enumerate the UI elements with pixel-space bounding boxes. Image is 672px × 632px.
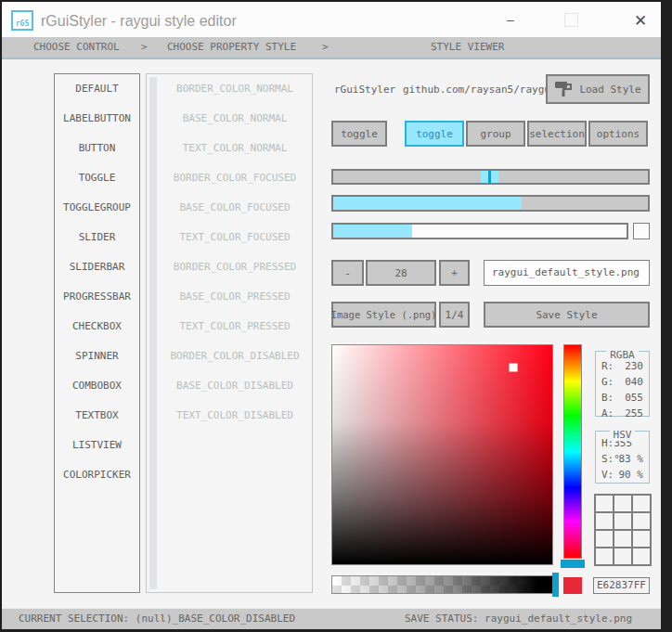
load-style-button[interactable]: Load Style bbox=[546, 74, 650, 104]
load-style-label: Load Style bbox=[579, 84, 640, 96]
hex-value-box[interactable]: E62837FF bbox=[593, 577, 650, 594]
control-list-item[interactable]: TEXTBOX bbox=[55, 401, 139, 431]
control-list-item[interactable]: TOGGLE bbox=[55, 163, 139, 193]
control-list-item[interactable]: CHECKBOX bbox=[55, 312, 139, 342]
value-label: V: bbox=[601, 467, 614, 483]
control-list-item[interactable]: DEFAULT bbox=[55, 74, 139, 104]
color-panel[interactable] bbox=[331, 344, 553, 565]
rgba-groupbox-title: RGBA bbox=[606, 349, 639, 361]
toggle-group-option[interactable]: options bbox=[588, 121, 648, 147]
current-color-swatch bbox=[563, 577, 582, 594]
swatch-cell[interactable] bbox=[633, 513, 650, 529]
value-number: 255 bbox=[625, 406, 643, 421]
window-frame: rGS rGuiStyler - raygui style editor — ✕… bbox=[0, 0, 672, 632]
swatch-cell[interactable] bbox=[614, 513, 631, 529]
toggle-group-option[interactable]: toggle bbox=[405, 121, 464, 147]
property-list: BORDER_COLOR_NORMAL BASE_COLOR_NORMAL TE… bbox=[146, 73, 313, 593]
window-title: rGuiStyler - raygui style editor bbox=[41, 4, 237, 39]
property-list-item[interactable]: BASE_COLOR_NORMAL bbox=[158, 104, 312, 134]
tab-choose-property-style: CHOOSE PROPERTY STYLE bbox=[167, 37, 296, 58]
control-list-item[interactable]: TOGGLEGROUP bbox=[55, 193, 139, 223]
image-style-button[interactable]: Image Style (.png) bbox=[331, 302, 436, 328]
alpha-bar-handle[interactable] bbox=[552, 573, 559, 597]
hsv-groupbox: HSV H: 355 ° S: 83 % V: 90 % bbox=[595, 431, 650, 484]
value-number: 040 bbox=[625, 374, 643, 390]
property-list-item[interactable]: TEXT_COLOR_DISABLED bbox=[158, 401, 312, 431]
color-value-row: G: 040 bbox=[596, 374, 649, 390]
control-list-item[interactable]: SLIDERBAR bbox=[55, 252, 139, 282]
toggle-group-option[interactable]: selection bbox=[527, 121, 587, 147]
save-style-button[interactable]: Save Style bbox=[484, 302, 650, 328]
property-list-item[interactable]: BORDER_COLOR_PRESSED bbox=[158, 252, 312, 282]
control-list-item[interactable]: BUTTON bbox=[55, 134, 139, 163]
sliderbar-fill bbox=[333, 197, 522, 210]
value-number: 055 bbox=[625, 390, 643, 406]
property-list-item[interactable]: BASE_COLOR_FOCUSED bbox=[158, 193, 312, 223]
swatch-grid bbox=[594, 494, 652, 566]
swatch-cell[interactable] bbox=[614, 548, 631, 564]
property-list-item[interactable]: BASE_COLOR_PRESSED bbox=[158, 282, 312, 312]
color-value-row: S: 83 % bbox=[596, 451, 649, 467]
color-value-row: A: 255 bbox=[596, 406, 649, 421]
control-list-item[interactable]: LABELBUTTON bbox=[55, 104, 139, 134]
toggle-button[interactable]: toggle bbox=[331, 121, 387, 147]
minimize-button[interactable]: — bbox=[499, 4, 522, 39]
toggle-group-option[interactable]: group bbox=[466, 121, 525, 147]
property-list-item[interactable]: BORDER_COLOR_DISABLED bbox=[158, 342, 312, 371]
control-list-item[interactable]: PROGRESSBAR bbox=[55, 282, 139, 312]
maximize-button[interactable] bbox=[564, 13, 578, 27]
swatch-cell[interactable] bbox=[633, 548, 650, 564]
progress-checkbox[interactable] bbox=[633, 223, 650, 239]
nav-separator-icon: > bbox=[322, 37, 329, 58]
progressbar-fill bbox=[333, 225, 412, 238]
swatch-cell[interactable] bbox=[596, 513, 613, 529]
swatch-cell[interactable] bbox=[596, 548, 613, 564]
slider[interactable] bbox=[331, 169, 650, 185]
value-label: G: bbox=[601, 374, 614, 390]
control-list: DEFAULT LABELBUTTON BUTTON TOGGLE TOGGLE… bbox=[54, 73, 140, 593]
rgba-groupbox: RGBA R: 230 G: 040 B: 055 A: bbox=[595, 351, 650, 417]
property-list-item[interactable]: TEXT_COLOR_FOCUSED bbox=[158, 223, 312, 252]
swatch-cell[interactable] bbox=[633, 531, 650, 547]
github-link[interactable]: github.com/raysan5/raygui bbox=[403, 79, 557, 101]
sliderbar[interactable] bbox=[331, 195, 650, 212]
property-list-item[interactable]: BORDER_COLOR_FOCUSED bbox=[158, 163, 312, 193]
status-current-selection: CURRENT SELECTION: (null)_BASE_COLOR_DIS… bbox=[19, 609, 295, 629]
color-panel-cursor[interactable] bbox=[510, 363, 518, 371]
close-button[interactable]: ✕ bbox=[629, 4, 652, 39]
swatch-cell[interactable] bbox=[614, 496, 631, 511]
app-icon-label: rGS bbox=[13, 20, 32, 28]
property-list-item[interactable]: TEXT_COLOR_NORMAL bbox=[158, 134, 312, 163]
swatch-cell[interactable] bbox=[633, 496, 650, 511]
tab-choose-control: CHOOSE CONTROL bbox=[33, 37, 120, 58]
property-list-item[interactable]: TEXT_COLOR_PRESSED bbox=[158, 312, 312, 342]
property-list-item[interactable]: BORDER_COLOR_NORMAL bbox=[158, 74, 312, 104]
control-list-item[interactable]: COMBOBOX bbox=[55, 371, 139, 401]
value-label: B: bbox=[601, 390, 614, 406]
value-number: 83 % bbox=[619, 451, 644, 467]
ratio-button[interactable]: 1/4 bbox=[439, 302, 470, 328]
spinner-decrease-button[interactable]: - bbox=[331, 260, 364, 286]
control-list-item[interactable]: LISTVIEW bbox=[55, 431, 139, 460]
hue-bar[interactable] bbox=[563, 344, 582, 559]
hue-bar-handle[interactable] bbox=[561, 560, 585, 568]
control-list-item[interactable]: COLORPICKER bbox=[55, 460, 139, 490]
filename-input[interactable]: raygui_default_style.png bbox=[484, 260, 650, 286]
control-list-item[interactable]: SPINNER bbox=[55, 342, 139, 371]
swatch-cell[interactable] bbox=[614, 531, 631, 547]
slider-handle[interactable] bbox=[481, 171, 498, 183]
control-list-item[interactable]: SLIDER bbox=[55, 223, 139, 252]
swatch-cell[interactable] bbox=[596, 531, 613, 547]
nav-separator-icon: > bbox=[141, 37, 148, 58]
value-label: A: bbox=[601, 406, 614, 421]
spinner-value[interactable]: 28 bbox=[366, 260, 436, 286]
swatch-cell[interactable] bbox=[596, 496, 613, 511]
spinner-increase-button[interactable]: + bbox=[439, 260, 470, 286]
color-value-row: V: 90 % bbox=[596, 467, 649, 483]
value-number: 90 % bbox=[619, 467, 644, 483]
property-list-item[interactable]: BASE_COLOR_DISABLED bbox=[158, 371, 312, 401]
app-name-label: rGuiStyler bbox=[334, 79, 395, 101]
alpha-bar[interactable] bbox=[331, 575, 554, 594]
hsv-groupbox-title: HSV bbox=[610, 429, 636, 441]
status-save-status: SAVE STATUS: raygui_default_style.png bbox=[405, 609, 632, 629]
